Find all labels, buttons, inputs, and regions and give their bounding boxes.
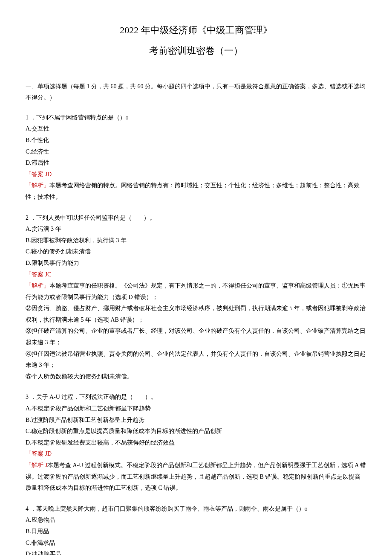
explain-text: 本题考查 A-U 过程创新模式。不稳定阶段的产品创新和工艺创新都呈上升趋势，但产…: [26, 462, 366, 491]
answer-line: 「答案 JD: [26, 448, 366, 460]
option-a: A.应急物品: [26, 514, 366, 526]
explain-text: 本题考查董事的任职资格。《公司法》规定，有下列情形之一的，不得担任公司的董事、监…: [26, 282, 366, 300]
question-stem: 1 ．下列不属于网络营销特点的是（）o: [26, 112, 366, 124]
option-c: C.经济性: [26, 146, 366, 158]
option-d: D.不稳定阶段研发经费支出较高，不易获得好的经济效益: [26, 437, 366, 449]
answer-label: 「答案 JC: [26, 271, 51, 278]
question-2: 2 ．下列人员中可以担任公司监事的是（ ）。 A.贪污满 3 年 B.因犯罪被剥…: [26, 212, 366, 383]
section-heading: 一、单项选择题（每题 1 分，共 60 题，共 60 分。每小题的四个选项中，只…: [26, 81, 366, 104]
option-c: C.非渴求品: [26, 538, 366, 549]
question-stem: 3 ．关于 A-U 过程，下列说法正确的是（ ）。: [26, 392, 366, 403]
explain-label: 「解析 J: [26, 462, 47, 468]
page-subtitle: 考前密训班密卷（一）: [26, 42, 366, 60]
answer-label: 「答案 JD: [26, 171, 52, 177]
explanation-p1: 「解析」本题考查董事的任职资格。《公司法》规定，有下列情形之一的，不得担任公司的…: [26, 280, 366, 303]
question-4: 4 ．某天晚上突然天降大雨，超市门口聚集的顾客纷纷购买了雨伞、雨衣等产品，则雨伞…: [26, 503, 366, 555]
option-d: D.限制民事行为能力: [26, 258, 366, 269]
answer-line: 「答案 JD: [26, 169, 366, 180]
options: A.贪污满 3 年 B.因犯罪被剥夺政治权利，执行满 3 年 C.较小的债务到期…: [26, 224, 366, 269]
options: A.交互性 B.个性化 C.经济性 D.滞后性: [26, 123, 366, 169]
question-1: 1 ．下列不属于网络营销特点的是（）o A.交互性 B.个性化 C.经济性 D.…: [26, 112, 366, 203]
option-b: B.个性化: [26, 135, 366, 146]
explain-text: 本题考查网络营销的特点。网络营销的特点有：跨时域性；交互性；个性化；经济性；多维…: [26, 182, 360, 200]
answer-line: 「答案 JC: [26, 269, 366, 281]
explanation-p3: ③担任破产清算的公司、企业的董事或者厂长、经理，对该公司、企业的破产负有个人责任…: [26, 325, 366, 348]
option-a: A.贪污满 3 年: [26, 224, 366, 235]
explanation-p5: ⑤个人所负数额较大的债务到期未清偿。: [26, 371, 366, 383]
option-b: B.过渡阶段产品创新和工艺创新都呈上升趋势: [26, 415, 366, 426]
option-a: A.交互性: [26, 123, 366, 135]
options: A.不稳定阶段产品创新和工艺创新都呈下降趋势 B.过渡阶段产品创新和工艺创新都呈…: [26, 403, 366, 448]
option-d: D.滞后性: [26, 157, 366, 169]
option-d: D·冲动购买品: [26, 549, 366, 555]
option-b: B.因犯罪被剥夺政治权利，执行满 3 年: [26, 235, 366, 247]
question-stem: 4 ．某天晚上突然天降大雨，超市门口聚集的顾客纷纷购买了雨伞、雨衣等产品，则雨伞…: [26, 503, 366, 515]
option-b: B.日用品: [26, 526, 366, 538]
question-3: 3 ．关于 A-U 过程，下列说法正确的是（ ）。 A.不稳定阶段产品创新和工艺…: [26, 392, 366, 494]
explanation-p2: ②因贪污、贿赂、侵占财产、挪用财产或者破坏社会主义市场经济秩序，被判处刑罚，执行…: [26, 303, 366, 325]
option-c: C.稳定阶段创新的重点是以提高质量和降低成本为目标的渐进性的产品创新: [26, 426, 366, 437]
explanation-p4: ④担任因违法被吊销营业执照、责令关闭的公司、企业的法定代表人，并负有个人责任的，…: [26, 349, 366, 371]
explain-label: 「解析」: [26, 182, 49, 189]
option-a: A.不稳定阶段产品创新和工艺创新都呈下降趋势: [26, 403, 366, 415]
page-title: 2022 年中级经济师《中级工商管理》: [26, 21, 366, 39]
options: A.应急物品 B.日用品 C.非渴求品 D·冲动购买品: [26, 514, 366, 555]
explanation: 「解析 J本题考查 A-U 过程创新模式。不稳定阶段的产品创新和工艺创新都呈上升…: [26, 460, 366, 494]
question-stem: 2 ．下列人员中可以担任公司监事的是（ ）。: [26, 212, 366, 224]
explain-label: 「解析」: [26, 282, 49, 289]
option-c: C.较小的债务到期未清偿: [26, 246, 366, 258]
answer-label: 「答案 JD: [26, 450, 52, 457]
explanation: 「解析」本题考查网络营销的特点。网络营销的特点有：跨时域性；交互性；个性化；经济…: [26, 180, 366, 203]
